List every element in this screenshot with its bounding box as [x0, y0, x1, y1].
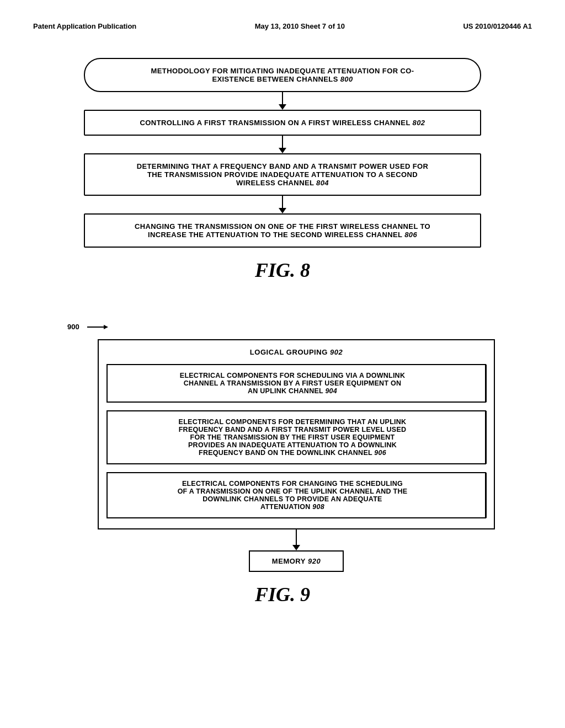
flow-box-802: CONTROLLING A FIRST TRANSMISSION ON A FI… — [84, 110, 481, 136]
ref-906: 906 — [374, 449, 386, 457]
arrow-line — [282, 196, 283, 208]
arrow-head — [279, 148, 286, 153]
ref-920: 920 — [308, 557, 321, 565]
page-header: Patent Application Publication May 13, 2… — [33, 22, 532, 30]
ref-802: 802 — [413, 119, 425, 127]
label-900-container: 900 — [67, 320, 498, 337]
ref-904: 904 — [325, 387, 337, 395]
bracket-908 — [478, 472, 487, 518]
logical-grouping-title: LOGICAL GROUPING 902 — [106, 348, 486, 356]
fig8-flowchart: METHODOLOGY FOR MITIGATING INADEQUATE AT… — [84, 58, 481, 248]
arrow-900-icon — [87, 323, 109, 331]
ref-908: 908 — [312, 503, 324, 511]
component-906-wrapper: ELECTRICAL COMPONENTS FOR DETERMINING TH… — [106, 410, 486, 464]
arrow-head-memory — [292, 545, 300, 550]
component-906-box: ELECTRICAL COMPONENTS FOR DETERMINING TH… — [106, 410, 486, 464]
arrow-804-806 — [279, 196, 286, 213]
arrow-line — [282, 92, 283, 104]
page: Patent Application Publication May 13, 2… — [0, 0, 565, 728]
svg-marker-1 — [104, 325, 108, 329]
flow-box-806: CHANGING THE TRANSMISSION ON ONE OF THE … — [84, 213, 481, 248]
ref-804: 804 — [316, 179, 329, 187]
component-908-wrapper: ELECTRICAL COMPONENTS FOR CHANGING THE S… — [106, 472, 486, 518]
fig8-label: FIG. 8 — [255, 259, 310, 282]
outer-logical-box: LOGICAL GROUPING 902 ELECTRICAL COMPONEN… — [98, 339, 495, 529]
arrow-line — [282, 136, 283, 148]
ref-902: 902 — [330, 348, 343, 356]
fig9-label: FIG. 9 — [33, 583, 532, 606]
arrow-800-802 — [279, 92, 286, 110]
component-908-box: ELECTRICAL COMPONENTS FOR CHANGING THE S… — [106, 472, 486, 518]
arrow-head — [279, 208, 286, 213]
fig9-section: 900 LOGICAL GROUPING 902 ELECTRICAL COMP… — [67, 320, 498, 572]
header-left: Patent Application Publication — [33, 22, 136, 30]
flow-box-804: DETERMINING THAT A FREQUENCY BAND AND A … — [84, 153, 481, 196]
arrow-to-memory — [98, 529, 495, 550]
memory-box: MEMORY 920 — [249, 550, 344, 572]
header-right: US 2010/0120446 A1 — [463, 22, 532, 30]
bracket-904 — [478, 364, 487, 403]
flow-box-800: METHODOLOGY FOR MITIGATING INADEQUATE AT… — [84, 58, 481, 92]
arrow-802-804 — [279, 136, 286, 153]
component-904-wrapper: ELECTRICAL COMPONENTS FOR SCHEDULING VIA… — [106, 364, 486, 403]
arrow-line-memory — [296, 529, 297, 545]
arrow-head — [279, 104, 286, 110]
header-middle: May 13, 2010 Sheet 7 of 10 — [255, 22, 345, 30]
fig8-section: METHODOLOGY FOR MITIGATING INADEQUATE AT… — [33, 58, 532, 304]
label-900: 900 — [67, 323, 79, 331]
ref-800: 800 — [340, 75, 353, 83]
component-904-box: ELECTRICAL COMPONENTS FOR SCHEDULING VIA… — [106, 364, 486, 403]
ref-806: 806 — [404, 231, 417, 239]
bracket-906 — [478, 410, 487, 464]
memory-box-container: MEMORY 920 — [98, 550, 495, 572]
